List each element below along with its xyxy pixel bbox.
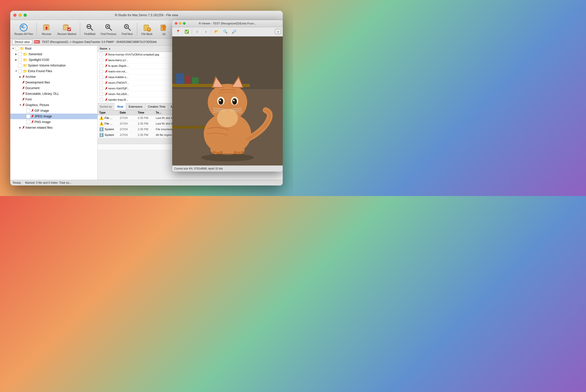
find-next-button[interactable]: Find Next — [119, 21, 135, 37]
tree-item-spotlight[interactable]: ▶ 📁 .Spotlight-V100 — [10, 57, 97, 63]
up-icon — [159, 23, 169, 32]
svg-line-9 — [90, 28, 93, 30]
check-sysvolinfo[interactable] — [18, 63, 22, 68]
expand-fseventsd[interactable]: ▶ — [14, 53, 18, 55]
sort-tab-creation[interactable]: Creation Time — [145, 103, 168, 110]
viewer-location-btn[interactable]: 📍 — [174, 28, 182, 35]
tree-item-gif[interactable]: ▶ ✗ GIF Image — [10, 108, 97, 114]
device-view-button[interactable]: Device view — [12, 40, 32, 44]
check-png[interactable] — [26, 120, 30, 124]
devfiles-label: Development files — [25, 81, 50, 84]
file-check-7[interactable] — [98, 92, 105, 96]
traffic-lights — [13, 14, 27, 17]
viewer-prev-btn[interactable]: ‹ — [193, 28, 201, 35]
viewer-more-btn[interactable]: » — [275, 29, 281, 34]
sidebar: ▼ 📁 Root ▶ 📁 .fseventsd ▶ 📁 .Spotlight-V… — [10, 46, 98, 180]
sort-tab-real[interactable]: Real — [115, 103, 126, 110]
up-button[interactable]: Up — [156, 21, 172, 37]
gif-label: GIF Image — [34, 109, 49, 113]
toolbar-separator-3 — [137, 23, 137, 35]
close-button[interactable] — [13, 14, 16, 17]
svg-point-69 — [241, 151, 244, 153]
file-check-5[interactable] — [98, 81, 105, 85]
file-check-8[interactable] — [98, 98, 105, 101]
tree-item-root[interactable]: ▼ 📁 Root — [10, 46, 97, 51]
file-check-3[interactable] — [98, 70, 105, 73]
viewer-check-btn[interactable]: ✅ — [182, 28, 191, 35]
viewer-next-btn[interactable]: › — [202, 28, 210, 35]
file-check-6[interactable] — [98, 87, 105, 90]
sorted-by-label: Sorted by: — [98, 105, 115, 108]
log-date-1: 2/7/24 — [118, 122, 136, 125]
viewer-folder-btn[interactable]: 📂 — [212, 28, 221, 35]
tree-item-document[interactable]: ▶ ✗ Document — [10, 85, 97, 91]
tree-item-archive[interactable]: ▶ ✗ Archive — [10, 74, 97, 80]
check-spotlight[interactable] — [18, 58, 22, 62]
tree-item-sysvolinfo[interactable]: ▶ 📁 System Volume Information — [10, 63, 97, 68]
tree-item-graphics[interactable]: ▼ ✗ Graphics, Picture — [10, 102, 97, 108]
file-check-1[interactable] — [98, 58, 105, 62]
log-time-2: 2:35 PM — [136, 128, 154, 131]
file-mask-button[interactable]: * File Mask — [139, 21, 155, 37]
tree-item-png[interactable]: ▶ ✗ PNG Image — [10, 119, 97, 125]
up-label: Up — [162, 33, 166, 35]
check-gif[interactable] — [26, 109, 30, 113]
svg-line-14 — [109, 28, 112, 30]
tree-item-font[interactable]: ▶ ✗ Font — [10, 97, 97, 102]
expand-root[interactable]: ▼ — [11, 47, 15, 50]
file-check-0[interactable] — [98, 53, 105, 56]
reopen-all-files-button[interactable]: Reopen All Files — [12, 21, 35, 37]
status-ready: Ready — [13, 181, 21, 184]
svg-point-1 — [22, 26, 25, 29]
tree-item-devfiles[interactable]: ▶ ✗ Development files — [10, 80, 97, 85]
viewer-title: R-Viewer - TEST (Recognized2)\Extra Foun… — [199, 22, 256, 25]
tree-item-extra-found[interactable]: ▼ 📁 Extra Found Files — [10, 68, 97, 74]
viewer-search1-btn[interactable]: 🔍 — [221, 28, 229, 35]
svg-point-50 — [218, 98, 223, 105]
find-mark-icon — [85, 23, 95, 32]
find-mark-label: Find/Mark — [84, 33, 95, 35]
viewer-image-area — [172, 36, 283, 165]
viewer-close[interactable] — [175, 22, 177, 25]
expand-internet[interactable]: ▶ — [19, 126, 22, 129]
recover-button[interactable]: Recover — [38, 21, 55, 37]
check-jpeg[interactable] — [26, 114, 30, 118]
viewer-maximize[interactable] — [183, 22, 186, 25]
expand-archive[interactable]: ▶ — [19, 75, 22, 78]
viewer-minimize[interactable] — [179, 22, 181, 25]
expand-graphics[interactable]: ▼ — [19, 104, 22, 106]
svg-point-51 — [232, 98, 237, 105]
tree-item-executable[interactable]: ▶ ✗ Executable, Library, DLL — [10, 91, 97, 97]
recover-marked-button[interactable]: Recover Marked — [55, 21, 78, 37]
expand-spotlight[interactable]: ▶ — [14, 58, 18, 61]
titlebar: R-Studio for Mac Demo 7.3.191259 - File … — [10, 11, 283, 20]
sort-tab-extensions[interactable]: Extensions — [126, 103, 145, 110]
maximize-button[interactable] — [24, 14, 27, 17]
check-extra-found[interactable] — [18, 69, 22, 73]
check-fseventsd[interactable] — [18, 52, 22, 56]
tree-item-internet[interactable]: ▶ ✗ Internet related files — [10, 125, 97, 130]
log-header-date: Date — [118, 111, 136, 114]
svg-point-12 — [89, 26, 90, 27]
svg-point-52 — [219, 99, 221, 101]
find-previous-icon — [104, 23, 113, 32]
viewer-search2-btn[interactable]: 🔎 — [230, 28, 238, 35]
minimize-button[interactable] — [19, 14, 22, 17]
expand-extra-found[interactable]: ▼ — [14, 70, 18, 72]
viewer-status-text: Current size 4%, 5792x8688, depth 32 bit… — [174, 167, 223, 170]
png-label: PNG Image — [34, 120, 51, 124]
find-mark-button[interactable]: Find/Mark — [82, 21, 98, 37]
spotlight-label: .Spotlight-V100 — [28, 58, 49, 62]
tree-item-fseventsd[interactable]: ▶ 📁 .fseventsd — [10, 51, 97, 57]
find-previous-button[interactable]: Find Previous — [99, 21, 118, 37]
svg-rect-4 — [46, 28, 47, 30]
svg-rect-6 — [64, 24, 68, 25]
log-time-3: 2:35 PM — [136, 133, 154, 136]
tree-item-jpeg[interactable]: ▶ ✗ JPEG Image — [10, 114, 97, 119]
file-check-2[interactable] — [98, 64, 105, 68]
check-root[interactable] — [15, 46, 19, 51]
file-check-4[interactable] — [98, 75, 105, 79]
viewer-titlebar: R-Viewer - TEST (Recognized2)\Extra Foun… — [172, 20, 283, 27]
recover-label: Recover — [42, 33, 51, 35]
reopen-icon — [19, 23, 28, 32]
